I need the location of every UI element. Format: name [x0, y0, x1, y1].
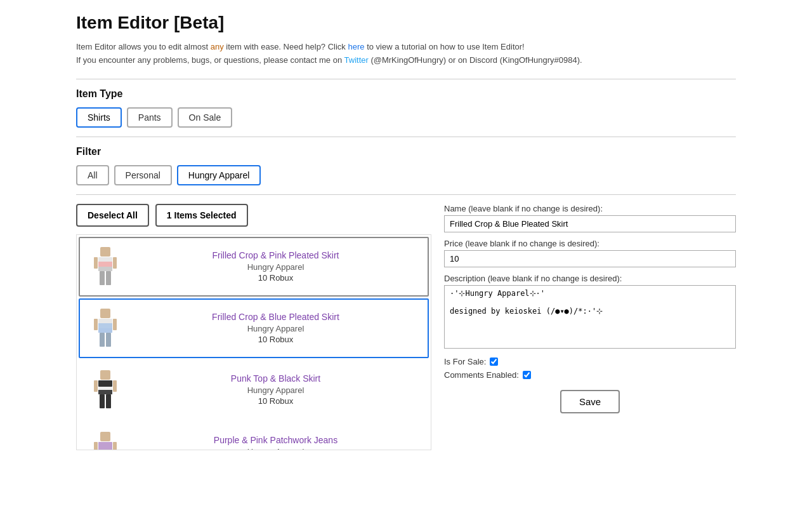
right-panel: Name (leave blank if no change is desire… [444, 204, 736, 450]
item-card-1[interactable]: Frilled Crop & Blue Pleated Skirt Hungry… [79, 298, 429, 358]
item-name-1: Frilled Crop & Blue Pleated Skirt [131, 312, 420, 322]
svg-rect-0 [100, 247, 110, 257]
btn-pants[interactable]: Pants [127, 107, 173, 128]
item-price-0: 10 Robux [131, 273, 420, 283]
actions-bar: Deselect All 1 Items Selected [76, 204, 431, 227]
divider-2 [76, 137, 736, 137]
name-input[interactable] [444, 215, 736, 232]
page-title: Item Editor [Beta] [76, 13, 736, 33]
main-layout: Deselect All 1 Items Selected [76, 204, 736, 450]
svg-rect-24 [100, 432, 110, 441]
description-label: Description (leave blank if no change is… [444, 274, 736, 283]
item-info-0: Frilled Crop & Pink Pleated Skirt Hungry… [131, 250, 420, 283]
svg-rect-6 [100, 271, 105, 285]
item-brand-0: Hungry Apparel [131, 262, 420, 272]
svg-rect-16 [100, 370, 110, 380]
item-info-3: Purple & Pink Patchwork Jeans Hungry App… [131, 435, 420, 450]
svg-rect-5 [113, 257, 117, 269]
price-form-group: Price (leave blank if no change is desir… [444, 239, 736, 267]
item-name-2: Punk Top & Black Skirt [131, 373, 420, 384]
item-avatar-0 [88, 244, 122, 289]
item-brand-1: Hungry Apparel [131, 324, 420, 333]
svg-rect-7 [106, 271, 111, 285]
svg-rect-23 [106, 394, 111, 408]
svg-rect-19 [98, 390, 112, 394]
item-info-2: Punk Top & Black Skirt Hungry Apparel 10… [131, 373, 420, 406]
item-list[interactable]: Frilled Crop & Pink Pleated Skirt Hungry… [76, 234, 431, 450]
item-price-2: 10 Robux [131, 396, 420, 406]
comments-enabled-checkbox[interactable] [523, 371, 531, 379]
svg-rect-15 [106, 333, 111, 347]
divider-3 [76, 194, 736, 195]
save-button[interactable]: Save [560, 390, 620, 413]
item-avatar-2 [88, 368, 122, 412]
svg-rect-3 [98, 267, 112, 271]
left-panel: Deselect All 1 Items Selected [76, 204, 431, 450]
is-for-sale-label: Is For Sale: [444, 357, 486, 366]
name-form-group: Name (leave blank if no change is desire… [444, 204, 736, 232]
svg-rect-12 [94, 319, 98, 330]
items-selected-button[interactable]: 1 Items Selected [155, 204, 248, 227]
btn-on-sale[interactable]: On Sale [178, 107, 233, 128]
filter-section: Filter All Personal Hungry Apparel [76, 146, 736, 185]
item-name-3: Purple & Pink Patchwork Jeans [131, 435, 420, 445]
comments-enabled-label: Comments Enabled: [444, 370, 519, 380]
save-btn-wrap: Save [444, 390, 736, 413]
item-brand-3: Hungry Apparel [131, 447, 420, 450]
svg-rect-20 [94, 380, 98, 392]
svg-rect-10 [98, 323, 112, 328]
item-card-3[interactable]: Purple & Pink Patchwork Jeans Hungry App… [79, 422, 429, 450]
description: Item Editor allows you to edit almost an… [76, 41, 736, 67]
description-form-group: Description (leave blank if no change is… [444, 274, 736, 351]
comments-enabled-row: Comments Enabled: [444, 370, 736, 380]
item-avatar-3 [88, 429, 122, 450]
deselect-all-button[interactable]: Deselect All [76, 204, 149, 227]
svg-rect-21 [113, 380, 117, 392]
svg-rect-25 [98, 442, 112, 450]
svg-rect-17 [98, 380, 112, 387]
name-label: Name (leave blank if no change is desire… [444, 204, 736, 213]
price-label: Price (leave blank if no change is desir… [444, 239, 736, 248]
item-avatar-1 [88, 306, 122, 351]
svg-rect-27 [113, 442, 117, 450]
filter-buttons: All Personal Hungry Apparel [76, 165, 736, 185]
twitter-link[interactable]: Twitter [344, 55, 369, 65]
btn-shirts[interactable]: Shirts [76, 107, 122, 128]
divider-1 [76, 79, 736, 79]
item-card-2[interactable]: Punk Top & Black Skirt Hungry Apparel 10… [79, 360, 429, 420]
item-card-0[interactable]: Frilled Crop & Pink Pleated Skirt Hungry… [79, 237, 429, 297]
svg-rect-2 [98, 262, 112, 267]
svg-rect-8 [100, 309, 110, 318]
item-type-buttons: Shirts Pants On Sale [76, 107, 736, 128]
btn-filter-all[interactable]: All [76, 165, 109, 185]
is-for-sale-row: Is For Sale: [444, 357, 736, 366]
btn-filter-hungry-apparel[interactable]: Hungry Apparel [177, 165, 261, 185]
svg-rect-11 [98, 328, 112, 333]
filter-label: Filter [76, 146, 736, 157]
item-brand-2: Hungry Apparel [131, 385, 420, 395]
svg-rect-4 [94, 257, 98, 269]
here-link[interactable]: here [348, 42, 364, 51]
description-textarea[interactable]: ·'⊹Hungry Apparel⊹·' designed by keioske… [444, 285, 736, 349]
btn-filter-personal[interactable]: Personal [114, 165, 172, 185]
svg-rect-26 [94, 442, 98, 450]
item-type-section: Item Type Shirts Pants On Sale [76, 88, 736, 128]
item-name-0: Frilled Crop & Pink Pleated Skirt [131, 250, 420, 260]
svg-rect-22 [100, 394, 105, 408]
is-for-sale-checkbox[interactable] [490, 358, 498, 366]
item-price-1: 10 Robux [131, 335, 420, 344]
svg-rect-13 [113, 319, 117, 330]
item-info-1: Frilled Crop & Blue Pleated Skirt Hungry… [131, 312, 420, 344]
item-type-label: Item Type [76, 88, 736, 100]
price-input[interactable] [444, 250, 736, 267]
svg-rect-14 [100, 333, 105, 347]
